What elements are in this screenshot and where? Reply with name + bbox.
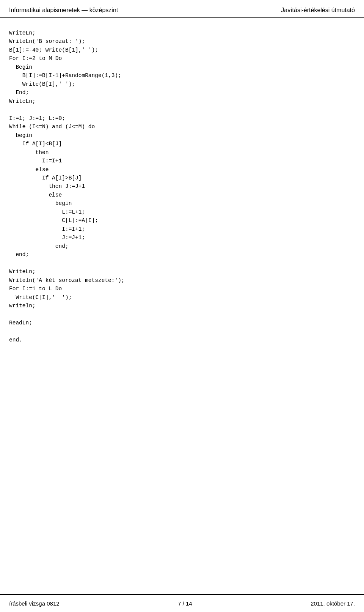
header-title-right: Javítási-értékelési útmutató — [281, 7, 355, 14]
main-content: WriteLn; WriteLn('B sorozat: '); B[1]:=-… — [0, 18, 364, 374]
code-block: WriteLn; WriteLn('B sorozat: '); B[1]:=-… — [9, 29, 355, 344]
page-header: Informatikai alapismeretek — középszint … — [0, 0, 364, 18]
footer-date: 2011. október 17. — [311, 600, 355, 607]
header-title-left: Informatikai alapismeretek — középszint — [9, 7, 118, 14]
footer-exam-id: írásbeli vizsga 0812 — [9, 600, 60, 607]
page-footer: írásbeli vizsga 0812 7 / 14 2011. októbe… — [0, 594, 364, 612]
footer-page-number: 7 / 14 — [178, 600, 192, 607]
